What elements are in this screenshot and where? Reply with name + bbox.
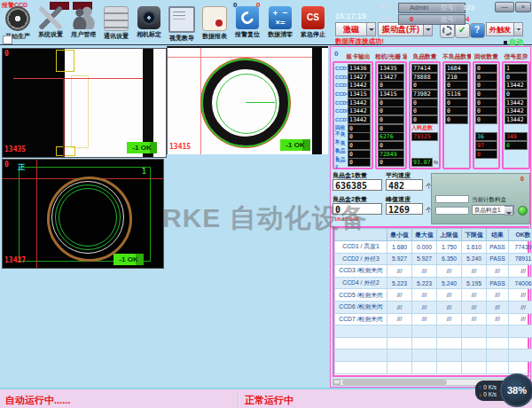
camera-view-3[interactable]: 0 正 1 13427 -1 OK <box>2 159 164 269</box>
grid-header: 板卡输出相机/光栅 返回良品数量不良品数量回收数量信号差异 <box>332 50 530 61</box>
grid-cell: 1684 <box>445 64 468 73</box>
grid-row-label: CCD4 <box>335 91 348 97</box>
toolbar-item-tools[interactable]: 系统设置 <box>37 6 64 43</box>
excite-button[interactable]: 激磁 <box>335 22 376 36</box>
help-icon[interactable] <box>470 23 485 38</box>
grid-col-header: 信号差异 <box>502 50 530 61</box>
grid-row: 0 <box>378 115 404 124</box>
grid-row <box>445 141 468 150</box>
order-label: 订单: <box>379 15 394 24</box>
grid-row-label: 良品2 <box>335 156 348 169</box>
app-window: 报警CCD 开始生产系统设置用户管理通讯设置相机标定视觉教导数据报表报警复位数据… <box>0 0 532 408</box>
monitor-icon <box>168 6 195 33</box>
toolbar-item-stop[interactable]: 紧急停止 <box>300 6 326 43</box>
roi-box <box>56 146 75 156</box>
grid-row: 5116 <box>445 90 468 98</box>
toolbar-item-server[interactable]: 通讯设置 <box>103 6 129 43</box>
grid-row <box>411 150 438 159</box>
grid-row: 0 <box>475 64 497 73</box>
check-icon[interactable] <box>455 23 470 38</box>
reel-icon <box>5 6 30 31</box>
toolbar-item-alarm[interactable]: 报警复位 <box>234 6 261 43</box>
grid-row: CCD213427 <box>335 73 371 82</box>
grid-row: 0 <box>378 124 404 133</box>
crosshair-v <box>63 78 65 157</box>
grid-body: CCD113436CCD213427CCD313442CCD413415CCD5… <box>332 61 530 169</box>
status-divider <box>238 391 239 407</box>
scroll-left-icon[interactable] <box>333 380 340 385</box>
grid-cell: 0 <box>475 98 497 107</box>
grid-cell: 36 <box>475 132 497 141</box>
camera-icon <box>137 6 160 29</box>
upload-speed: 0 K/s <box>483 384 497 390</box>
clock: 16:17:19 <box>335 12 366 20</box>
status-left: 自动运行中...... <box>5 394 70 407</box>
gear-icon[interactable] <box>440 23 455 38</box>
camera-view-2[interactable]: 13415 -1 OK <box>167 46 328 154</box>
grid-row: 0 <box>378 159 404 168</box>
view3-ok-badge: -1 OK <box>113 254 144 265</box>
excite-dropdown-icon[interactable] <box>367 22 376 36</box>
toolbar-item-monitor[interactable]: 视觉教导 <box>168 6 195 43</box>
roi-box <box>56 50 74 72</box>
table-row: CCD4 / 外径25.2235.2235.2405.195PASS74006 <box>335 277 532 289</box>
grid-row: 0 <box>445 115 468 124</box>
grid-row: CCD413415 <box>335 90 371 98</box>
grid-cell: 0 <box>411 98 438 107</box>
grid-cell: 13435 <box>378 64 404 73</box>
view3-orientation-mark: 正 <box>18 162 25 172</box>
view1-value: 13435 <box>4 145 26 153</box>
crosshair-h <box>13 78 143 79</box>
grid-row: 6276 <box>378 133 404 142</box>
toolbar-item-users[interactable]: 用户管理 <box>70 6 97 43</box>
box2-count: 0 <box>332 203 382 215</box>
box-dropdown-icon[interactable] <box>505 206 513 216</box>
view1-ok-badge: -1 OK <box>127 142 157 153</box>
grid-row: 0 <box>475 98 497 107</box>
current-box-select[interactable]: 良品料盒1 <box>472 205 514 215</box>
grid-row-label: CCD7 <box>335 117 348 122</box>
table-row: CCD1 / 高度11.6800.0001.7501.610PASS77439 <box>335 241 532 254</box>
table-row: CCD5 /检测关闭////////////////// <box>335 289 532 302</box>
grid-row: 0 <box>378 98 404 107</box>
grid-row: 0 <box>475 73 497 82</box>
toolbar-item-calc[interactable]: 数据清零 <box>267 6 293 43</box>
grid-cell: 6276 <box>378 132 404 141</box>
grid-row: 入料总数 <box>411 124 438 133</box>
view3-counter: 0 <box>4 161 9 169</box>
scrollbar-thumb[interactable] <box>342 380 447 385</box>
corner-checkbox[interactable] <box>3 35 12 44</box>
grid-cell: 0 <box>411 115 438 124</box>
grid-cell: 79325 <box>411 132 438 141</box>
grid-cell: 0 <box>505 90 528 98</box>
toolbar-item-camera[interactable]: 相机标定 <box>136 6 162 43</box>
result-col-header: 上限值 <box>437 229 462 241</box>
toolbar-item-report[interactable]: 数据报表 <box>201 6 228 43</box>
resource-percent-ball[interactable]: 38% <box>500 373 532 407</box>
grid-row <box>475 159 497 168</box>
grid-cell: 13442 <box>348 106 371 115</box>
grid-col-header: 不良品数量 <box>442 50 471 61</box>
grid-cell: 0 <box>445 106 468 115</box>
grid-column-5: 101344201344213442134423490 <box>502 61 530 169</box>
grid-cell: 0 <box>475 106 497 115</box>
minimize-button[interactable]: — <box>495 2 514 12</box>
grid-cell: 13415 <box>378 90 404 98</box>
grid-cell: 13442 <box>505 115 528 124</box>
input-field-1[interactable] <box>435 195 469 203</box>
close-button[interactable]: × <box>515 2 531 12</box>
grid-column-1: 1343513427013415000062760728490 <box>375 61 407 169</box>
input-field-2[interactable] <box>435 207 469 215</box>
grid-cell: 13427 <box>378 73 404 82</box>
grid-row: CCD613442 <box>335 106 371 115</box>
grid-row: CCD513442 <box>335 98 371 107</box>
grid-cell: 13442 <box>348 81 371 90</box>
grid-cell: 0 <box>378 98 404 107</box>
grid-row: CCD713442 <box>335 115 371 124</box>
grid-row <box>445 159 468 168</box>
grid-row: 0 <box>445 98 468 107</box>
camera-view-1[interactable]: 0 13435 -1 OK <box>2 48 167 158</box>
grid-cell: 13442 <box>348 115 371 124</box>
server-icon <box>104 6 129 31</box>
table-row: CCD7 /检测关闭////////////////// <box>335 313 532 326</box>
